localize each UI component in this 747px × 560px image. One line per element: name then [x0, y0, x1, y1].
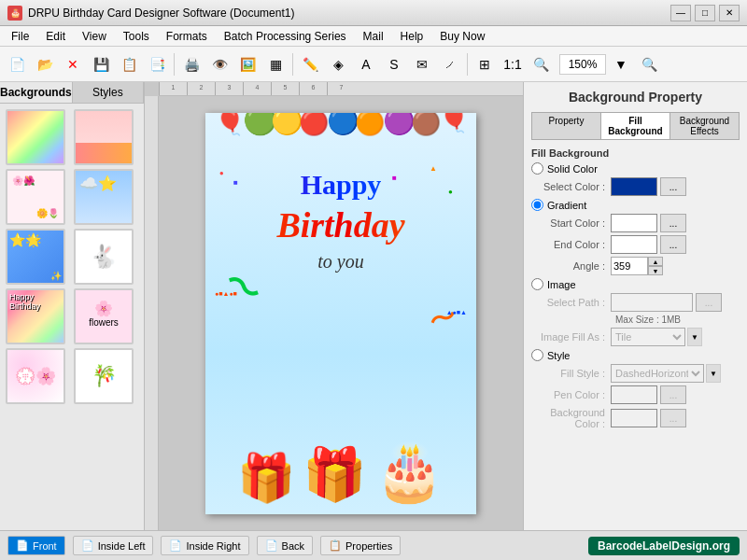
bg-thumb-1[interactable] — [6, 109, 65, 165]
background-color-browse[interactable]: ... — [660, 409, 686, 427]
birthday-text-container: Birthday — [205, 206, 476, 245]
barcode-button[interactable]: ▦ — [262, 51, 289, 77]
solid-color-box[interactable] — [611, 177, 657, 196]
copy-button[interactable]: 📑 — [144, 51, 170, 77]
start-color-box[interactable] — [611, 214, 657, 232]
tab-back[interactable]: 📄 Back — [257, 536, 313, 555]
tab-background-effects[interactable]: Background Effects — [670, 113, 739, 139]
image-fill-select[interactable]: Tile Stretch Center — [611, 328, 685, 346]
close-button-tb[interactable]: ✕ — [60, 51, 86, 77]
angle-decrement[interactable]: ▼ — [648, 266, 663, 275]
angle-input[interactable] — [611, 257, 648, 275]
bg-thumb-4[interactable]: ☁️⭐ — [74, 169, 134, 225]
background-color-label: Background Color : — [531, 407, 611, 429]
right-panel: Background Property Property Fill Backgr… — [523, 82, 747, 530]
menu-mail[interactable]: Mail — [356, 28, 391, 45]
pen-button[interactable]: ✏️ — [297, 51, 323, 77]
style-label[interactable]: Style — [547, 350, 570, 361]
save-all-button[interactable]: 📋 — [116, 51, 142, 77]
image-button[interactable]: 🖼️ — [234, 51, 261, 77]
tab-inside-left[interactable]: 📄 Inside Left — [73, 536, 154, 555]
new-button[interactable]: 📄 — [4, 51, 30, 77]
tab-styles[interactable]: Styles — [73, 82, 144, 103]
open-button[interactable]: 📂 — [32, 51, 58, 77]
line-button[interactable]: ⟋ — [437, 51, 463, 77]
pen-color-label: Pen Color : — [531, 389, 611, 400]
menu-edit[interactable]: Edit — [38, 28, 73, 45]
tab-front[interactable]: 📄 Front — [7, 536, 65, 555]
toolbar: 📄 📂 ✕ 💾 📋 📑 🖨️ 👁️ 🖼️ ▦ ✏️ ◈ A S ✉ ⟋ ⊞ 1:… — [0, 47, 747, 82]
window-controls[interactable]: — □ ✕ — [670, 5, 740, 21]
menu-view[interactable]: View — [75, 28, 114, 45]
gradient-label[interactable]: Gradient — [547, 200, 586, 211]
card-background: 🎈 🟢 🟡 🔴 🔵 🟠 🟣 🟤 🎈 ● ■ ▲ ● ■ Happy — [205, 113, 476, 514]
save-button[interactable]: 💾 — [88, 51, 114, 77]
gradient-radio[interactable] — [531, 199, 543, 211]
maximize-button[interactable]: □ — [695, 5, 715, 21]
zoom-dropdown[interactable]: ▼ — [608, 51, 634, 77]
bg-thumb-6[interactable]: 🐇 — [74, 229, 134, 285]
image-label[interactable]: Image — [547, 279, 576, 290]
front-label: Front — [33, 540, 57, 552]
background-color-box[interactable] — [611, 409, 657, 427]
right-panel-title: Background Property — [531, 90, 740, 105]
image-fill-dropdown[interactable]: ▼ — [687, 328, 702, 346]
text-button[interactable]: A — [353, 51, 379, 77]
angle-increment[interactable]: ▲ — [648, 257, 663, 266]
happy-text-container: Happy — [205, 169, 476, 200]
menu-tools[interactable]: Tools — [116, 28, 157, 45]
bg-thumb-8[interactable]: 🌸 flowers — [74, 288, 134, 344]
menu-help[interactable]: Help — [393, 28, 431, 45]
bg-thumb-5[interactable]: ⭐🌟 ✨ — [6, 229, 65, 285]
bg-thumb-7[interactable]: Happy Birthday — [6, 288, 65, 344]
menu-buynow[interactable]: Buy Now — [432, 28, 492, 45]
end-color-box[interactable] — [611, 235, 657, 254]
separator-1 — [174, 53, 175, 76]
fill-style-select[interactable]: DashedHorizontal Solid Dotted — [611, 364, 704, 383]
tab-fill-background[interactable]: Fill Background — [601, 113, 670, 139]
fill-style-dropdown[interactable]: ▼ — [706, 364, 721, 383]
zoom-out[interactable]: 🔍 — [636, 51, 662, 77]
style-radio[interactable] — [531, 349, 543, 361]
tab-backgrounds[interactable]: Backgrounds — [0, 82, 73, 103]
tab-inside-right[interactable]: 📄 Inside Right — [161, 536, 248, 555]
solid-color-browse[interactable]: ... — [660, 177, 686, 196]
start-color-browse[interactable]: ... — [660, 214, 686, 232]
bg-thumb-2[interactable] — [74, 109, 134, 165]
print-button[interactable]: 🖨️ — [178, 51, 204, 77]
image-fill-label: Image Fill As : — [531, 331, 611, 343]
pen-color-box[interactable] — [611, 385, 657, 404]
image-radio[interactable] — [531, 278, 543, 290]
background-color-row: Background Color : ... — [531, 407, 740, 429]
property-tabs: Property Fill Background Background Effe… — [531, 112, 740, 140]
shapes-button[interactable]: ◈ — [325, 51, 351, 77]
close-button[interactable]: ✕ — [719, 5, 740, 21]
solid-color-radio[interactable] — [531, 162, 543, 175]
menu-file[interactable]: File — [4, 28, 36, 45]
solid-color-label[interactable]: Solid Color — [547, 163, 598, 175]
front-icon: 📄 — [16, 539, 29, 552]
path-input[interactable] — [611, 293, 693, 312]
menu-batch[interactable]: Batch Processing Series — [217, 28, 354, 45]
bg-thumb-10[interactable]: 🎋 — [74, 348, 134, 404]
zoom-fit[interactable]: 1:1 — [500, 51, 526, 77]
menu-formats[interactable]: Formats — [159, 28, 215, 45]
balloon-6: 🟠 — [355, 113, 385, 137]
mail-button[interactable]: ✉ — [409, 51, 435, 77]
path-browse[interactable]: ... — [696, 293, 722, 312]
print-preview[interactable]: 👁️ — [206, 51, 233, 77]
zoom-input[interactable] — [559, 54, 606, 75]
table-button[interactable]: ⊞ — [472, 51, 498, 77]
zoom-in[interactable]: 🔍 — [528, 51, 554, 77]
minimize-button[interactable]: — — [670, 5, 691, 21]
end-color-label: End Color : — [531, 239, 611, 250]
confetti-7: ▲●■▲ — [446, 309, 467, 315]
bg-thumb-9[interactable]: 💮🌸 — [6, 348, 65, 404]
gradient-row: Gradient — [531, 199, 740, 211]
pen-color-browse[interactable]: ... — [660, 385, 686, 404]
tab-properties[interactable]: 📋 Properties — [320, 536, 401, 555]
end-color-browse[interactable]: ... — [660, 235, 686, 254]
symbol-button[interactable]: S — [381, 51, 407, 77]
tab-property[interactable]: Property — [532, 113, 601, 139]
bg-thumb-3[interactable]: 🌸🌺 🌼🌷 — [6, 169, 65, 225]
